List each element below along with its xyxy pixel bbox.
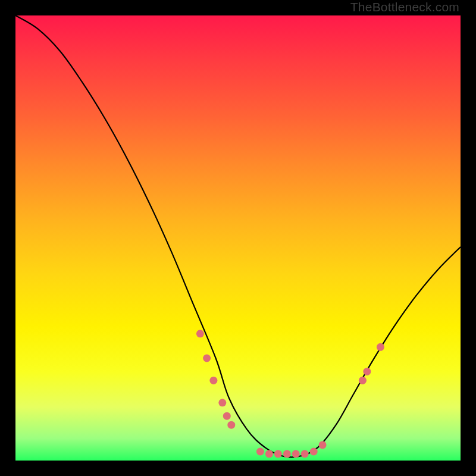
data-point-marker [209,377,217,384]
data-point-marker [218,399,226,406]
plot-area [15,15,461,461]
data-point-marker [223,412,231,420]
data-point-marker [310,448,318,456]
data-point-marker [227,421,235,429]
data-point-marker [319,441,327,449]
data-point-marker [203,355,211,362]
data-point-marker [301,450,309,458]
chart-frame: TheBottleneck.com [0,0,476,476]
watermark-text: TheBottleneck.com [350,0,459,14]
data-point-marker [292,450,300,458]
data-point-marker [363,368,371,375]
data-point-marker [274,450,282,458]
data-point-marker [196,330,204,337]
data-point-marker [359,377,367,384]
data-point-marker [283,450,291,458]
data-point-marker [265,450,273,458]
data-point-marker [377,343,384,351]
bottleneck-curve [15,15,461,461]
data-point-marker [256,448,264,456]
